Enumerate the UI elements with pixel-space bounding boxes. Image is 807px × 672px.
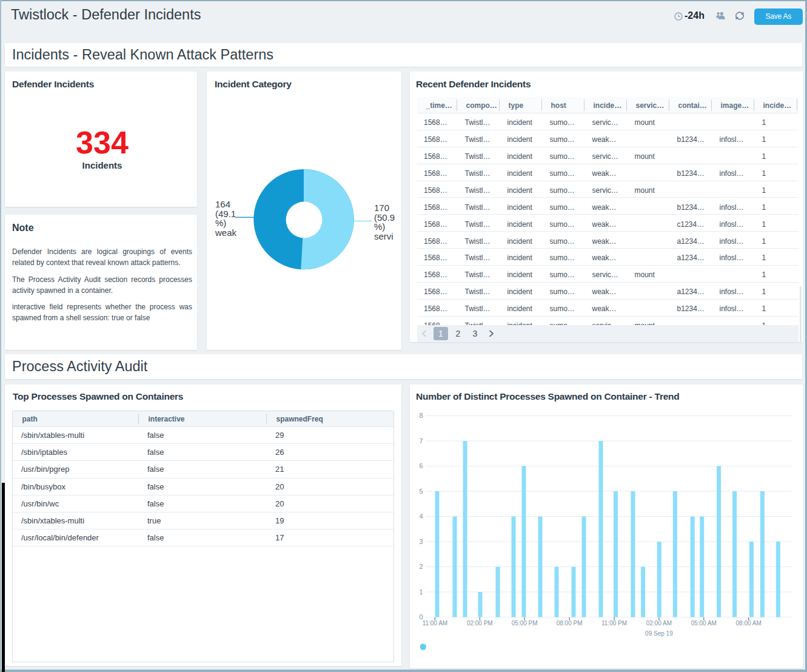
svg-text:08:00 PM: 08:00 PM — [557, 620, 583, 627]
svg-text:02:00 AM: 02:00 AM — [646, 620, 672, 627]
svg-text:11:00 PM: 11:00 PM — [601, 620, 627, 627]
svg-text:6: 6 — [419, 462, 423, 469]
svg-text:05:00 PM: 05:00 PM — [512, 620, 538, 627]
svg-text:02:00 PM: 02:00 PM — [467, 620, 493, 627]
svg-text:8: 8 — [419, 412, 423, 419]
svg-text:1: 1 — [419, 588, 423, 596]
svg-text:3: 3 — [419, 538, 423, 545]
svg-text:11:00 AM: 11:00 AM — [423, 620, 448, 627]
svg-text:2: 2 — [419, 563, 423, 570]
svg-text:4: 4 — [419, 512, 423, 520]
svg-text:5: 5 — [419, 488, 423, 495]
svg-text:7: 7 — [419, 437, 423, 445]
svg-text:08:00 AM: 08:00 AM — [736, 620, 762, 627]
svg-text:09 Sep 19: 09 Sep 19 — [645, 630, 673, 637]
svg-text:05:00 AM: 05:00 AM — [691, 620, 717, 627]
